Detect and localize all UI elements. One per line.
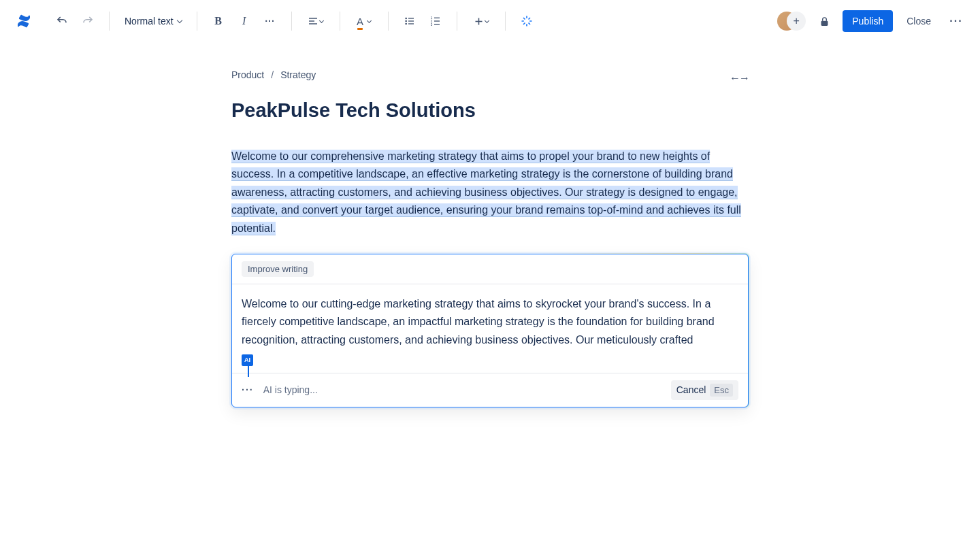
ai-action-chip[interactable]: Improve writing [242,261,314,277]
chevron-down-icon [176,18,182,23]
chevron-down-icon [319,18,324,22]
ai-more-actions-icon[interactable]: ··· [242,384,254,395]
svg-point-3 [405,18,407,20]
ai-suggestion-text: Welcome to our cutting-edge marketing st… [242,298,715,346]
text-color-dropdown[interactable]: A [350,10,378,33]
toolbar-right: + Publish Close ··· [777,10,968,33]
svg-rect-6 [408,18,414,18]
svg-rect-13 [434,20,440,21]
redo-button[interactable] [76,10,99,33]
breadcrumb-item[interactable]: Product [231,69,264,80]
italic-button[interactable]: I [233,10,256,33]
svg-rect-14 [434,24,440,24]
toolbar-divider [505,12,506,31]
ai-assist-button[interactable] [515,10,538,33]
chevron-down-icon [485,18,489,22]
body-paragraph[interactable]: Welcome to our comprehensive marketing s… [231,148,749,237]
ai-cursor [248,365,249,377]
toolbar-divider [109,12,110,31]
numbered-list-button[interactable]: 123 [424,10,447,33]
breadcrumb-separator: / [271,69,274,80]
ai-cancel-label: Cancel [676,384,706,395]
ai-suggestion-body: Welcome to our cutting-edge marketing st… [232,284,748,373]
ai-cancel-button[interactable]: Cancel Esc [671,380,738,400]
insert-dropdown[interactable] [467,10,495,33]
svg-rect-17 [821,20,828,25]
page-content: ←→ Product / Strategy PeakPulse Tech Sol… [231,69,749,407]
close-button[interactable]: Close [900,10,938,32]
bullet-list-button[interactable] [398,10,421,33]
more-formatting-button[interactable]: ··· [259,10,282,33]
expand-width-icon[interactable]: ←→ [730,72,749,84]
svg-point-5 [405,23,407,25]
ai-panel-footer: ··· AI is typing... Cancel Esc [232,373,748,407]
chevron-down-icon [367,18,372,22]
svg-rect-12 [434,18,440,18]
page-more-actions[interactable]: ··· [945,10,968,33]
toolbar-divider [291,12,292,31]
breadcrumb: Product / Strategy [231,69,749,80]
selected-text: Welcome to our comprehensive marketing s… [231,150,741,235]
undo-button[interactable] [50,10,74,33]
svg-text:3: 3 [430,23,432,27]
publish-button[interactable]: Publish [843,10,893,32]
toolbar-divider [340,12,340,31]
svg-point-4 [405,20,407,22]
restrictions-lock-icon[interactable] [813,10,836,33]
text-style-dropdown[interactable]: Normal text [119,10,187,33]
ai-esc-key: Esc [710,384,733,397]
svg-rect-7 [408,20,414,21]
toolbar-divider [197,12,197,31]
editor-toolbar: Normal text B I ··· A 123 + Publish C [0,0,980,42]
ai-suggestion-panel: Improve writing Welcome to our cutting-e… [231,254,749,407]
text-style-label: Normal text [125,16,174,27]
confluence-logo-icon[interactable] [12,10,35,33]
page-title[interactable]: PeakPulse Tech Solutions [231,99,749,122]
svg-rect-8 [408,23,414,24]
add-collaborator-button[interactable]: + [787,12,806,31]
breadcrumb-item[interactable]: Strategy [280,69,316,80]
ai-panel-header: Improve writing [232,254,748,284]
align-dropdown[interactable] [301,10,330,33]
ai-typing-status: AI is typing... [263,384,318,395]
toolbar-divider [388,12,389,31]
toolbar-divider [457,12,457,31]
bold-button[interactable]: B [207,10,230,33]
